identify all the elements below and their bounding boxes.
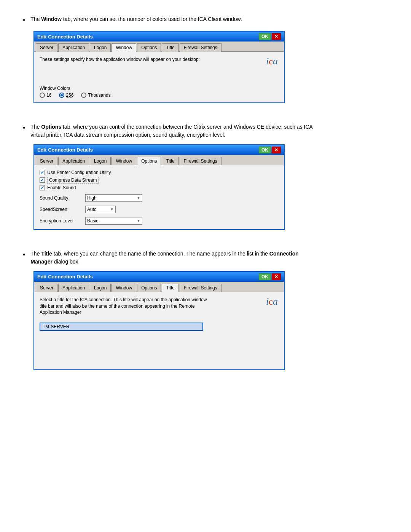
tab-options-1[interactable]: Options	[137, 43, 161, 52]
speedscreen-select[interactable]: Auto ▼	[85, 206, 116, 213]
options-text-after: tab, where you can control the connectio…	[30, 124, 312, 138]
ok-button-1[interactable]: OK	[259, 33, 271, 40]
radio-thousands[interactable]: Thousands	[81, 93, 110, 98]
tab-server-3[interactable]: Server	[36, 284, 57, 292]
bullet-dot-2: •	[23, 123, 25, 133]
encryption-select[interactable]: Basic ▼	[85, 217, 142, 225]
tab-server-1[interactable]: Server	[36, 43, 57, 52]
radio-circle-16	[40, 93, 45, 98]
radio-circle-256	[59, 93, 64, 98]
title-dialog-description: Select a title for the ICA connection. T…	[40, 297, 207, 316]
speedscreen-value: Auto	[87, 207, 97, 212]
title-dialog-titlebar: Edit Connection Details OK ✕	[34, 272, 284, 282]
titlebar-buttons-2: OK ✕	[259, 147, 281, 153]
ok-button-3[interactable]: OK	[259, 273, 271, 280]
ica-logo-1: ica	[266, 56, 278, 67]
options-dialog-body: ✓ Use Printer Configuration Utility ✓ Co…	[34, 165, 284, 229]
window-description: The Window tab, where you can set the nu…	[30, 15, 242, 23]
tab-application-3[interactable]: Application	[58, 284, 89, 292]
checkbox-printer: ✓ Use Printer Configuration Utility	[40, 170, 279, 175]
close-button-2[interactable]: ✕	[272, 147, 281, 153]
radio-16[interactable]: 16	[40, 93, 51, 98]
title-tab-section: • The Title tab, where you can change th…	[23, 250, 388, 379]
tab-title-1[interactable]: Title	[162, 43, 178, 52]
options-dialog-title: Edit Connection Details	[37, 147, 93, 153]
tab-logon-2[interactable]: Logon	[90, 157, 111, 165]
window-tab-section: • The Window tab, where you can set the …	[23, 15, 388, 112]
checkmark-sound: ✓	[40, 185, 44, 190]
title-input-field[interactable]: TM-SERVER	[40, 323, 203, 331]
tab-firewall-1[interactable]: Firewall Settings	[180, 43, 221, 52]
options-description: The Options tab, where you can control t…	[30, 123, 320, 139]
options-dialog: Edit Connection Details OK ✕ Server Appl…	[33, 144, 285, 230]
titlebar-buttons-3: OK ✕	[259, 273, 281, 280]
checkbox-sound: ✓ Enable Sound	[40, 185, 279, 190]
checkbox-compress-label: Compress Data Stream	[47, 177, 99, 184]
radio-256[interactable]: 256	[59, 93, 73, 98]
options-bold: Options	[41, 124, 61, 130]
checkbox-sound-label: Enable Sound	[47, 185, 76, 190]
title-dialog-body: Select a title for the ICA connection. T…	[34, 292, 284, 368]
tab-firewall-3[interactable]: Firewall Settings	[180, 284, 221, 292]
title-bullet-text: • The Title tab, where you can change th…	[23, 250, 388, 266]
title-text-3: dialog box.	[53, 259, 80, 265]
checkmark-printer: ✓	[40, 170, 44, 175]
checkbox-printer-box[interactable]: ✓	[40, 170, 45, 175]
window-dialog-tabs: Server Application Logon Window Options …	[34, 42, 284, 52]
bullet-dot-3: •	[23, 250, 25, 260]
sound-quality-arrow: ▼	[137, 196, 140, 200]
options-tab-section: • The Options tab, where you can control…	[23, 123, 388, 239]
encryption-arrow: ▼	[137, 219, 140, 223]
window-bold: Window	[41, 16, 62, 22]
title-dialog-tabs: Server Application Logon Window Options …	[34, 282, 284, 292]
sound-quality-select[interactable]: High ▼	[85, 194, 142, 202]
window-colors-section: Window Colors 16 256 Thousands	[40, 86, 279, 98]
tab-server-2[interactable]: Server	[36, 157, 57, 165]
title-input-value: TM-SERVER	[43, 324, 69, 329]
bullet-dot-1: •	[23, 15, 25, 26]
tab-options-3[interactable]: Options	[137, 284, 161, 292]
checkbox-sound-box[interactable]: ✓	[40, 185, 45, 190]
options-dialog-titlebar: Edit Connection Details OK ✕	[34, 145, 284, 155]
sound-quality-value: High	[87, 195, 97, 201]
radio-label-256: 256	[66, 93, 73, 98]
ok-button-2[interactable]: OK	[259, 147, 271, 153]
title-dialog-title: Edit Connection Details	[37, 274, 93, 280]
checkbox-printer-label: Use Printer Configuration Utility	[47, 170, 111, 175]
title-text-after: tab, where you can change the name of th…	[52, 251, 269, 257]
title-description: The Title tab, where you can change the …	[30, 250, 320, 266]
close-button-1[interactable]: ✕	[272, 33, 281, 40]
window-dialog-description: These settings specify how the applicati…	[40, 56, 207, 63]
radio-inner-256	[61, 94, 63, 96]
close-button-3[interactable]: ✕	[272, 273, 281, 280]
tab-options-2[interactable]: Options	[137, 157, 161, 165]
form-row-speedscreen: SpeedScreen: Auto ▼	[40, 206, 279, 213]
radio-label-thousands: Thousands	[88, 93, 110, 98]
tab-title-3[interactable]: Title	[162, 284, 178, 292]
tab-logon-1[interactable]: Logon	[90, 43, 111, 52]
radio-circle-thousands	[81, 93, 86, 98]
form-row-sound-quality: Sound Quality: High ▼	[40, 194, 279, 202]
tab-firewall-2[interactable]: Firewall Settings	[180, 157, 221, 165]
encryption-value: Basic	[87, 218, 98, 224]
speedscreen-arrow: ▼	[110, 207, 114, 211]
sound-quality-label: Sound Quality:	[40, 195, 81, 201]
radio-label-16: 16	[46, 93, 51, 98]
tab-window-3[interactable]: Window	[112, 284, 136, 292]
radio-group-colors: 16 256 Thousands	[40, 93, 279, 98]
checkbox-compress-box[interactable]: ✓	[40, 177, 45, 183]
window-colors-label: Window Colors	[40, 86, 279, 91]
tab-window-1[interactable]: Window	[112, 43, 136, 52]
tab-application-2[interactable]: Application	[58, 157, 89, 165]
tab-application-1[interactable]: Application	[58, 43, 89, 52]
window-bullet-text: • The Window tab, where you can set the …	[23, 15, 388, 26]
checkmark-compress: ✓	[40, 177, 44, 183]
tab-title-2[interactable]: Title	[162, 157, 178, 165]
tab-window-2[interactable]: Window	[112, 157, 136, 165]
title-dialog: Edit Connection Details OK ✕ Server Appl…	[33, 271, 285, 370]
window-dialog-titlebar: Edit Connection Details OK ✕	[34, 32, 284, 42]
title-bold: Title	[41, 251, 52, 257]
ica-logo-3: ica	[266, 296, 278, 307]
window-dialog: Edit Connection Details OK ✕ Server Appl…	[33, 31, 285, 103]
tab-logon-3[interactable]: Logon	[90, 284, 111, 292]
